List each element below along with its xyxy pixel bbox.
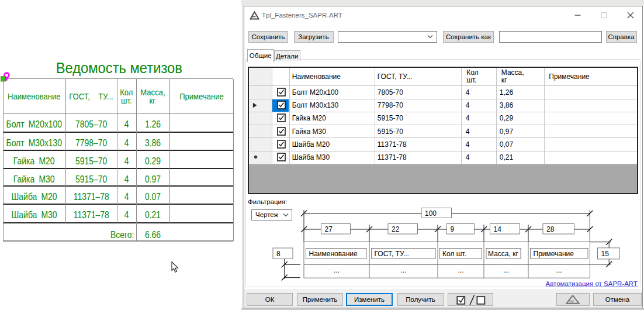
- svg-text:Наименование: Наименование: [309, 250, 358, 258]
- svg-text:27: 27: [325, 225, 333, 233]
- svg-text:100: 100: [425, 209, 437, 218]
- svg-text:...: ...: [400, 266, 406, 274]
- svg-text:...: ...: [503, 266, 509, 274]
- svg-text:ГОСТ, ТУ...: ГОСТ, ТУ...: [375, 250, 409, 258]
- svg-text:28: 28: [546, 225, 555, 233]
- svg-text:Кол шт.: Кол шт.: [442, 250, 466, 258]
- svg-text:Примечание: Примечание: [534, 250, 574, 258]
- svg-text:...: ...: [556, 266, 562, 274]
- svg-text:15: 15: [601, 250, 610, 258]
- svg-text:22: 22: [392, 225, 400, 233]
- svg-text:9: 9: [451, 225, 455, 233]
- svg-text:...: ...: [334, 266, 340, 274]
- svg-text:Масса, кг: Масса, кг: [488, 250, 518, 258]
- svg-text:14: 14: [494, 225, 502, 233]
- svg-text:...: ...: [458, 266, 463, 274]
- svg-text:8: 8: [276, 250, 281, 258]
